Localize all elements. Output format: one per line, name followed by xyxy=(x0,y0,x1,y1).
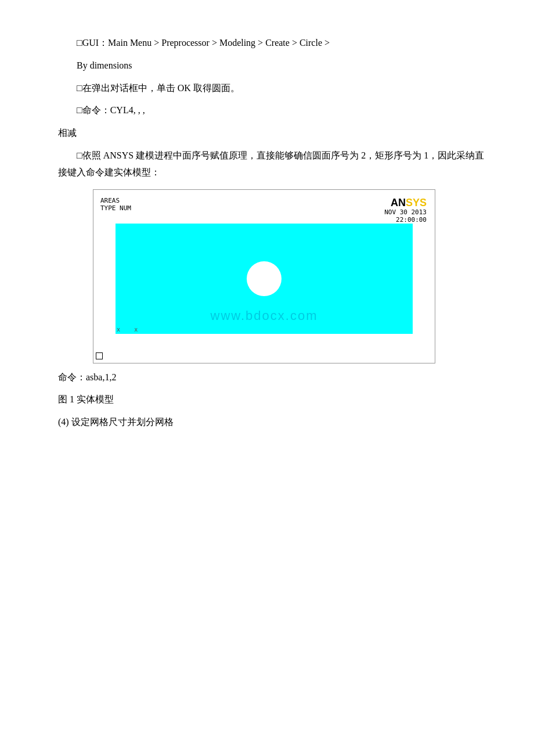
ansys-figure: AREAS TYPE NUM ANSYS NOV 30 2013 22:00:0… xyxy=(93,189,435,363)
logo-sys: SYS xyxy=(406,197,427,208)
figure-date: NOV 30 2013 22:00:00 xyxy=(384,208,427,224)
figure-caption: 图 1 实体模型 xyxy=(58,391,488,408)
page-content: □GUI：Main Menu > Preprocessor > Modeling… xyxy=(58,35,488,431)
command-asba-prefix: 命令： xyxy=(58,372,86,382)
description-paragraph: □依照 ANSYS 建模进程中面序号赋值原理，直接能够确信圆面序号为 2，矩形序… xyxy=(58,147,488,181)
ansys-canvas xyxy=(116,224,413,334)
figure-checkbox[interactable] xyxy=(96,352,103,359)
section-subtract: 相减 xyxy=(58,125,488,142)
section4-header: (4) 设定网格尺寸并划分网格 xyxy=(58,414,488,431)
ansys-logo: ANSYS xyxy=(391,197,427,209)
dialog-instruction: □在弹出对话框中，单击 OK 取得圆面。 xyxy=(77,80,488,97)
command-cyl4-prefix: □命令： xyxy=(77,105,110,115)
command-asba: 命令：asba,1,2 xyxy=(58,369,488,386)
gui-continuation: By dimensions xyxy=(77,57,488,74)
gui-instruction: □GUI：Main Menu > Preprocessor > Modeling… xyxy=(58,35,488,52)
x-axis-label: x x xyxy=(117,326,138,333)
figure-areas-label: AREAS TYPE NUM xyxy=(100,197,131,212)
command-cyl4-value: CYL4, , , xyxy=(110,105,145,115)
ansys-figure-inner: AREAS TYPE NUM ANSYS NOV 30 2013 22:00:0… xyxy=(98,195,430,345)
gui-prefix: □GUI： xyxy=(77,38,108,48)
logo-an: AN xyxy=(391,197,406,208)
gui-path: Main Menu > Preprocessor > Modeling > Cr… xyxy=(108,38,330,48)
command-asba-value: asba,1,2 xyxy=(86,372,116,382)
command-cyl4: □命令：CYL4, , , xyxy=(77,102,488,119)
ansys-circle-cutout xyxy=(247,261,282,296)
